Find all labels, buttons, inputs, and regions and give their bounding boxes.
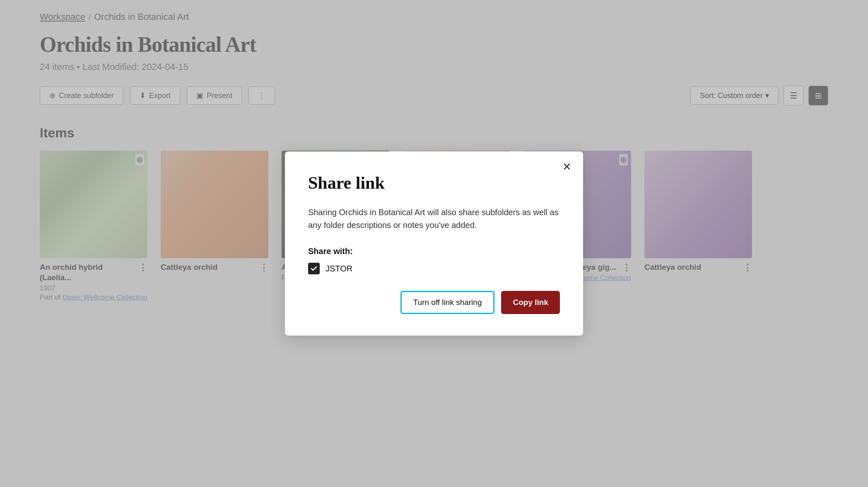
share-with-label: Share with: xyxy=(308,247,560,256)
jstor-checkbox[interactable] xyxy=(308,263,320,274)
modal-description: Sharing Orchids in Botanical Art will al… xyxy=(308,206,560,232)
copy-link-button[interactable]: Copy link xyxy=(501,291,560,314)
jstor-label: JSTOR xyxy=(326,264,352,273)
modal-title: Share link xyxy=(308,173,560,193)
share-option-jstor: JSTOR xyxy=(308,263,560,274)
modal-overlay: ✕ Share link Sharing Orchids in Botanica… xyxy=(0,0,868,487)
share-link-modal: ✕ Share link Sharing Orchids in Botanica… xyxy=(285,151,583,336)
modal-actions: Turn off link sharing Copy link xyxy=(308,291,560,314)
checkmark-icon xyxy=(311,265,317,272)
modal-close-button[interactable]: ✕ xyxy=(562,161,571,172)
turn-off-sharing-button[interactable]: Turn off link sharing xyxy=(400,291,495,314)
